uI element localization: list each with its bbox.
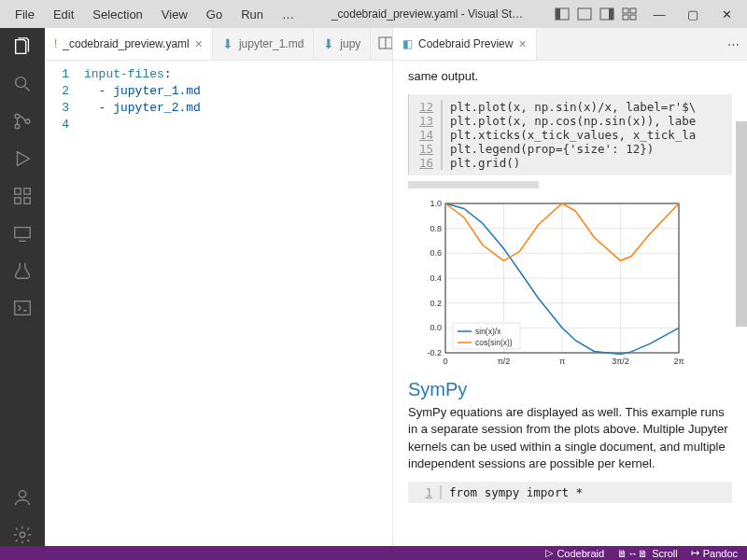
svg-rect-16: [24, 198, 30, 203]
minimap[interactable]: [736, 121, 747, 327]
svg-rect-6: [630, 8, 636, 13]
close-icon[interactable]: ✕: [713, 5, 740, 23]
status-bar: ▷ Codebraid 🗎↔🗎 Scroll ↦ Pandoc: [0, 546, 747, 560]
extensions-icon[interactable]: [11, 185, 34, 207]
run-debug-icon[interactable]: [11, 147, 34, 170]
tab-close-icon[interactable]: ×: [518, 36, 526, 51]
settings-gear-icon[interactable]: [11, 524, 34, 546]
source-control-icon[interactable]: [11, 110, 34, 133]
svg-rect-13: [15, 189, 21, 194]
title-bar: FileEditSelectionViewGoRun… _codebraid_p…: [0, 0, 747, 28]
remote-icon[interactable]: [11, 222, 34, 245]
svg-point-20: [20, 532, 25, 538]
svg-text:π: π: [559, 357, 565, 366]
tab-preview[interactable]: ◧Codebraid Preview×: [393, 28, 537, 60]
more-icon[interactable]: ⋯: [727, 37, 740, 51]
svg-rect-17: [15, 228, 31, 238]
code-content[interactable]: input-files: - jupyter_1.md - jupyter_2.…: [84, 61, 201, 133]
status-codebraid[interactable]: ▷ Codebraid: [545, 547, 604, 559]
svg-point-12: [25, 119, 30, 124]
panel-right-icon[interactable]: [598, 5, 616, 23]
split-editor-icon[interactable]: [378, 35, 393, 53]
editor-tabs: !_codebraid_preview.yaml×⬇jupyter_1.md⬇j…: [45, 28, 392, 61]
svg-text:0.8: 0.8: [430, 224, 442, 233]
menu-bar: FileEditSelectionViewGoRun…: [7, 6, 302, 23]
svg-rect-14: [24, 189, 30, 194]
menu-go[interactable]: Go: [199, 6, 230, 23]
svg-text:1.0: 1.0: [430, 199, 442, 208]
svg-text:-0.2: -0.2: [427, 348, 442, 357]
svg-point-9: [16, 77, 26, 88]
svg-text:π/2: π/2: [498, 357, 511, 366]
svg-text:0.4: 0.4: [430, 273, 442, 283]
tab-close-icon[interactable]: ×: [195, 36, 203, 51]
window-title: _codebraid_preview.yaml - Visual St…: [302, 7, 553, 21]
svg-rect-15: [15, 198, 21, 203]
sympy-heading: SymPy: [408, 379, 732, 400]
svg-text:0: 0: [443, 357, 447, 366]
svg-rect-7: [623, 15, 628, 20]
code-block-1: 12plt.plot(x, np.sin(x)/x, label=r'$\13p…: [408, 94, 732, 175]
menu-…[interactable]: …: [275, 6, 302, 23]
tab-_codebraid_preview.yaml[interactable]: !_codebraid_preview.yaml×: [45, 28, 213, 60]
markdown-icon: ⬇: [222, 36, 233, 51]
svg-point-19: [19, 491, 25, 497]
svg-text:3π/2: 3π/2: [612, 357, 629, 366]
svg-rect-5: [623, 8, 628, 13]
tab-jupyter_1.md[interactable]: ⬇jupyter_1.md: [213, 28, 314, 60]
menu-file[interactable]: File: [7, 6, 42, 23]
preview-icon: ◧: [402, 37, 413, 50]
sympy-paragraph: SymPy equations are displayed as well. T…: [408, 404, 732, 472]
svg-text:cos(sin(x)): cos(sin(x)): [475, 338, 513, 347]
testing-icon[interactable]: [11, 259, 34, 282]
menu-view[interactable]: View: [154, 6, 195, 23]
svg-text:0.0: 0.0: [430, 324, 442, 333]
h-scrollbar[interactable]: [408, 181, 539, 189]
layout-controls: [553, 5, 639, 23]
svg-point-11: [15, 124, 20, 129]
accounts-icon[interactable]: [11, 486, 34, 509]
panel-bottom-icon[interactable]: [575, 5, 594, 23]
line-chart: -0.20.00.20.40.60.81.00π/2π3π/22πsin(x)/…: [408, 196, 688, 373]
maximize-icon[interactable]: ▢: [680, 5, 706, 23]
menu-run[interactable]: Run: [233, 6, 271, 23]
window-controls: — ▢ ✕: [646, 5, 740, 23]
terminal-icon[interactable]: [11, 297, 34, 319]
code-block-2: 1from sympy import *: [408, 482, 732, 503]
explorer-icon[interactable]: [11, 35, 34, 58]
warn-icon: !: [54, 37, 57, 50]
svg-rect-2: [578, 8, 591, 20]
svg-text:0.6: 0.6: [430, 249, 442, 259]
svg-rect-1: [556, 8, 560, 20]
activity-bar: [0, 28, 45, 546]
markdown-icon: ⬇: [323, 36, 334, 51]
search-icon[interactable]: [11, 73, 34, 95]
menu-selection[interactable]: Selection: [85, 6, 149, 23]
svg-rect-4: [609, 8, 613, 20]
status-pandoc[interactable]: ↦ Pandoc: [691, 547, 738, 559]
svg-text:2π: 2π: [673, 357, 684, 366]
intro-text: same output.: [408, 68, 732, 85]
editor-pane[interactable]: 1234 input-files: - jupyter_1.md - jupyt…: [45, 61, 392, 133]
panel-left-icon[interactable]: [553, 5, 571, 23]
svg-text:0.2: 0.2: [430, 299, 442, 308]
minimize-icon[interactable]: —: [646, 5, 672, 23]
preview-tabs: ◧Codebraid Preview× ⋯: [393, 28, 747, 61]
status-scroll[interactable]: 🗎↔🗎 Scroll: [617, 548, 678, 559]
menu-edit[interactable]: Edit: [46, 6, 81, 23]
svg-rect-8: [630, 15, 636, 20]
svg-rect-18: [15, 301, 31, 315]
line-gutter: 1234: [45, 61, 84, 133]
tab-jupy[interactable]: ⬇jupy: [314, 28, 371, 60]
svg-text:sin(x)/x: sin(x)/x: [475, 327, 501, 336]
preview-body[interactable]: same output. 12plt.plot(x, np.sin(x)/x, …: [393, 61, 747, 546]
svg-point-10: [15, 114, 20, 119]
layout-customize-icon[interactable]: [620, 5, 639, 23]
